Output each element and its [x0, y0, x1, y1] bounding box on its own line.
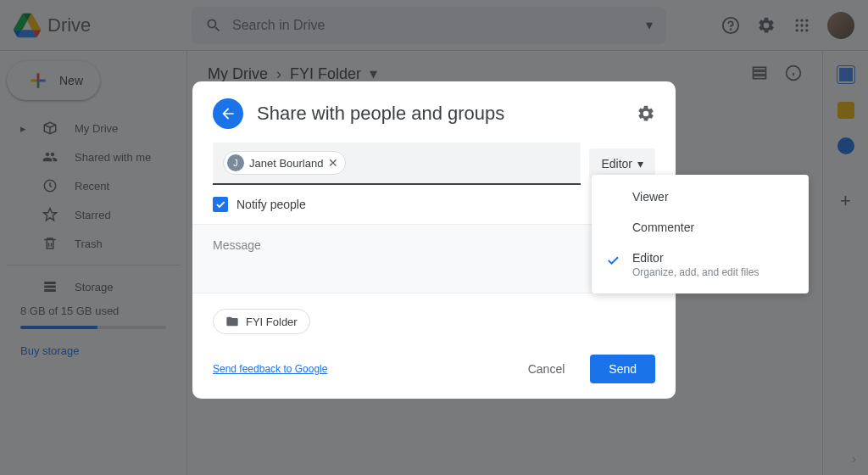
role-option-label: Commenter	[632, 221, 694, 234]
recipient-chip[interactable]: J Janet Bourland ✕	[223, 151, 346, 175]
message-placeholder: Message	[213, 238, 261, 252]
dialog-settings-icon[interactable]	[637, 104, 655, 123]
chevron-right-icon[interactable]: ›	[852, 451, 856, 467]
role-option-desc: Organize, add, and edit files	[632, 266, 759, 278]
caret-down-icon: ▾	[637, 157, 643, 170]
role-option-editor[interactable]: Editor Organize, add, and edit files	[592, 243, 809, 287]
cancel-button[interactable]: Cancel	[511, 355, 582, 383]
recipient-name: Janet Bourland	[249, 157, 323, 170]
role-selected: Editor	[601, 157, 632, 170]
notify-checkbox[interactable]	[213, 197, 228, 212]
role-dropdown-menu: Viewer Commenter Editor Organize, add, a…	[592, 175, 809, 293]
back-button[interactable]	[213, 98, 243, 129]
role-option-commenter[interactable]: Commenter	[592, 212, 809, 243]
role-option-viewer[interactable]: Viewer	[592, 182, 809, 212]
attachment-name: FYI Folder	[246, 316, 298, 328]
role-option-label: Editor	[632, 251, 664, 265]
notify-label: Notify people	[236, 198, 306, 211]
dialog-title: Share with people and groups	[257, 103, 504, 125]
remove-recipient-icon[interactable]: ✕	[328, 156, 338, 170]
folder-icon	[225, 315, 239, 328]
send-button[interactable]: Send	[590, 355, 655, 383]
avatar-initial: J	[227, 154, 244, 171]
role-option-label: Viewer	[632, 190, 669, 204]
feedback-link[interactable]: Send feedback to Google	[213, 363, 327, 375]
recipient-input[interactable]: J Janet Bourland ✕	[213, 142, 581, 185]
attachment-chip: FYI Folder	[213, 309, 310, 334]
check-icon	[605, 253, 620, 268]
